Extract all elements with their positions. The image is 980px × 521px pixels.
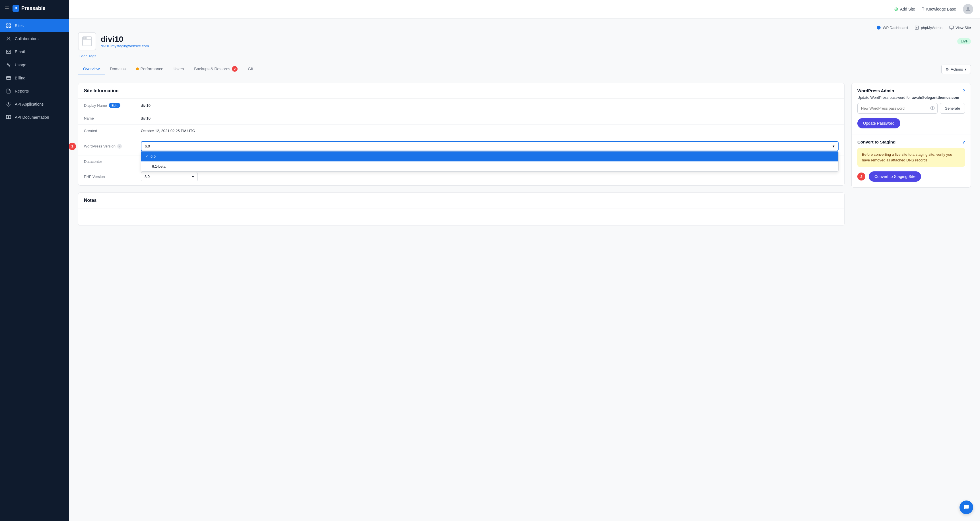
sidebar-header: ☰ P Pressable <box>0 0 69 17</box>
convert-button-row: 3 Convert to Staging Site <box>852 171 970 187</box>
notes-card: Notes <box>78 193 845 226</box>
content-area: WP Dashboard phpMyAdmin View Site <box>69 19 980 521</box>
tab-users[interactable]: Users <box>169 63 189 75</box>
tab-performance[interactable]: Performance <box>131 63 169 75</box>
panel-left: Site Information Display Name Edit divi1… <box>78 83 845 226</box>
svg-rect-2 <box>6 26 8 28</box>
tab-backups-restores[interactable]: Backups & Restores 2 <box>189 63 243 76</box>
gear-icon: ⚙ <box>945 67 949 72</box>
actions-label: Actions <box>951 67 963 72</box>
wp-version-help-icon[interactable]: ? <box>117 144 122 149</box>
wp-version-option-60[interactable]: ✓ 6.0 <box>141 151 838 161</box>
main-content: ⊕ Add Site ? Knowledge Base WP Dashboard… <box>69 0 980 521</box>
created-value: October 12, 2021 02:25 PM UTC <box>135 125 844 137</box>
tab-git-label: Git <box>248 67 253 71</box>
api-documentation-icon <box>6 115 11 120</box>
site-info: divi10 divi10.mystagingwebsite.com <box>101 35 149 48</box>
show-password-icon[interactable] <box>930 106 935 111</box>
wp-version-dropdown-container: 6.0 ▾ ✓ 6.0 <box>135 137 844 155</box>
quick-links-bar: WP Dashboard phpMyAdmin View Site <box>78 25 971 30</box>
sidebar-item-api-applications[interactable]: API Applications <box>0 98 69 111</box>
site-header-left: divi10 divi10.mystagingwebsite.com <box>78 32 149 50</box>
password-input-wrap <box>858 103 938 113</box>
notes-title: Notes <box>78 193 844 209</box>
sidebar-item-reports[interactable]: Reports <box>0 84 69 98</box>
phpmyadmin-link[interactable]: phpMyAdmin <box>915 25 942 30</box>
sidebar-item-sites[interactable]: Sites <box>0 19 69 32</box>
backups-badge: 2 <box>232 66 238 72</box>
svg-point-18 <box>85 38 86 39</box>
info-table: Display Name Edit divi10 Name divi10 <box>78 99 844 185</box>
panels: Site Information Display Name Edit divi1… <box>78 76 971 233</box>
chevron-icon: ▾ <box>833 144 835 148</box>
tabs-bar: Overview Domains Performance Users Backu… <box>78 63 971 76</box>
tab-users-label: Users <box>173 67 184 71</box>
wp-version-option-61beta[interactable]: 6.1-beta <box>141 161 838 171</box>
wp-dashboard-label: WP Dashboard <box>883 25 908 30</box>
generate-button[interactable]: Generate <box>940 103 965 113</box>
table-row: WordPress Version ? 1 6.0 ▾ <box>78 137 844 155</box>
sidebar-nav: Sites Collaborators Email Usage Billing <box>0 17 69 521</box>
convert-warning-box: Before converting a live site to a stagi… <box>858 148 965 167</box>
svg-rect-15 <box>83 37 92 46</box>
wp-version-select[interactable]: 6.0 ▾ <box>141 141 838 151</box>
wp-version-selected: 6.0 <box>145 144 150 148</box>
sidebar-item-billing[interactable]: Billing <box>0 72 69 84</box>
svg-rect-6 <box>6 76 11 80</box>
wp-dashboard-link[interactable]: WP Dashboard <box>877 25 908 30</box>
svg-point-19 <box>932 107 933 108</box>
sidebar-item-api-documentation[interactable]: API Documentation <box>0 111 69 124</box>
name-label: Name <box>78 112 135 124</box>
new-password-input[interactable] <box>858 103 938 113</box>
logo-icon: P <box>13 5 19 12</box>
view-site-link[interactable]: View Site <box>949 25 971 30</box>
actions-button[interactable]: ⚙ Actions ▾ <box>941 65 971 74</box>
add-site-icon: ⊕ <box>894 6 898 12</box>
panel-right: WordPress Admin ? Update WordPress passw… <box>851 83 971 226</box>
edit-display-name-badge[interactable]: Edit <box>109 103 120 108</box>
wp-version-dropdown: 6.0 ▾ ✓ 6.0 <box>141 141 838 151</box>
php-version-selected: 8.0 <box>145 175 150 179</box>
sidebar-label-email: Email <box>15 49 25 54</box>
svg-point-4 <box>8 37 10 39</box>
sidebar: ☰ P Pressable Sites Collaborators Email <box>0 0 69 521</box>
hamburger-icon[interactable]: ☰ <box>5 5 9 12</box>
convert-to-staging-button[interactable]: Convert to Staging Site <box>869 171 921 182</box>
site-url[interactable]: divi10.mystagingwebsite.com <box>101 44 149 48</box>
sidebar-label-sites: Sites <box>15 23 24 28</box>
datacenter-label: Datacenter <box>78 155 135 168</box>
php-version-select[interactable]: 8.0 ▾ <box>141 172 198 182</box>
sidebar-item-usage[interactable]: Usage <box>0 58 69 72</box>
svg-rect-3 <box>9 26 11 28</box>
chat-button[interactable] <box>959 500 973 514</box>
checkmark-icon: ✓ <box>145 154 148 159</box>
convert-help-icon[interactable]: ? <box>963 140 965 144</box>
update-desc: Update WordPress password for awah@elega… <box>852 96 970 103</box>
tab-git[interactable]: Git <box>243 63 258 75</box>
update-password-button[interactable]: Update Password <box>858 118 900 128</box>
svg-rect-0 <box>6 24 8 25</box>
sidebar-item-email[interactable]: Email <box>0 45 69 58</box>
logo-text: Pressable <box>21 5 46 11</box>
site-name: divi10 <box>101 35 149 44</box>
tab-overview[interactable]: Overview <box>78 63 105 75</box>
sites-icon <box>6 23 11 29</box>
knowledge-base-link[interactable]: ? Knowledge Base <box>922 6 956 12</box>
knowledge-base-label: Knowledge Base <box>926 7 956 11</box>
tab-domains[interactable]: Domains <box>105 63 130 75</box>
password-row: Generate <box>852 103 970 118</box>
sidebar-item-collaborators[interactable]: Collaborators <box>0 32 69 45</box>
php-version-label: PHP Version <box>78 170 135 183</box>
site-status-badge: Live <box>957 38 971 45</box>
sidebar-label-api-applications: API Applications <box>15 102 43 107</box>
wp-admin-section-title: WordPress Admin ? <box>852 83 970 96</box>
add-tags-button[interactable]: + Add Tags <box>78 54 971 58</box>
wp-version-label: WordPress Version ? 1 <box>78 140 135 153</box>
convert-title-text: Convert to Staging <box>858 140 896 144</box>
topbar: ⊕ Add Site ? Knowledge Base <box>69 0 980 19</box>
wp-admin-help-icon[interactable]: ? <box>963 89 965 93</box>
add-site-link[interactable]: ⊕ Add Site <box>894 6 915 12</box>
wp-version-60-label: 6.0 <box>151 154 156 159</box>
wp-admin-title: WordPress Admin <box>858 88 894 93</box>
user-avatar[interactable] <box>963 4 973 14</box>
